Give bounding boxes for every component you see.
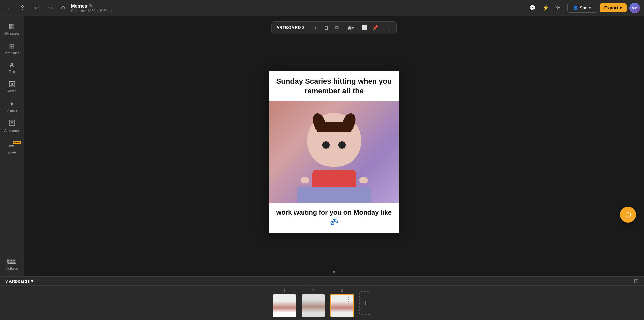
- keyboard-icon: ⌨: [7, 257, 17, 265]
- text-icon: A: [10, 62, 14, 69]
- artboards-label[interactable]: 3 Artboards ▾: [5, 279, 33, 284]
- artboard-canvas: Sunday Scaries hitting when you remember…: [269, 71, 399, 233]
- toolbar-divider-2: [344, 24, 344, 31]
- pin-button[interactable]: 📌: [371, 23, 380, 33]
- sidebar: ▦ My assets ⊞ Templates A Text 🖼 Media ✦…: [0, 16, 24, 276]
- artboard-name: ARTBOARD 3: [274, 25, 307, 30]
- meme-bottom-section: work waiting for you on Monday like 💤: [269, 203, 399, 233]
- meme-top-section: Sunday Scaries hitting when you remember…: [269, 71, 399, 101]
- avatar[interactable]: VM: [629, 3, 640, 13]
- sidebar-item-media[interactable]: 🖼 Media: [0, 77, 24, 97]
- surface-bar: [297, 187, 371, 203]
- sidebar-divider: [0, 137, 24, 137]
- boo-bangs: [317, 122, 351, 132]
- thumb-box-2[interactable]: [302, 294, 325, 317]
- thumb-box-1[interactable]: [273, 294, 296, 317]
- toolbar-divider-4: [382, 24, 382, 31]
- boo-arms: [301, 173, 368, 183]
- media-icon: 🖼: [9, 80, 15, 88]
- thumb-preview-1: [273, 294, 296, 317]
- thumb-item-1[interactable]: 1: [273, 289, 296, 317]
- bottom-panel: 3 Artboards ▾ ⊞ 1 2 3 ⋮: [0, 276, 644, 320]
- thumb-num-1: 1: [283, 289, 285, 293]
- delete-artboard-button[interactable]: 🗑: [322, 23, 331, 33]
- frame-button[interactable]: ⬜: [360, 23, 369, 33]
- back-button[interactable]: ←: [4, 3, 15, 13]
- collapse-bar[interactable]: ▾: [24, 267, 644, 276]
- user-icon: 👤: [573, 5, 578, 10]
- sidebar-item-my-assets[interactable]: ▦ My assets: [0, 19, 24, 39]
- duplicate-artboard-button[interactable]: ⧉: [332, 23, 342, 33]
- topbar: ← ⏱ ↩ ↪ ⚙ Memes ✎ Custom • 1080 x 1080 p…: [0, 0, 644, 16]
- canvas-scroll[interactable]: Sunday Scaries hitting when you remember…: [24, 16, 644, 267]
- add-artboard-btn[interactable]: +: [359, 291, 371, 315]
- share-button[interactable]: 👤 Share: [567, 3, 597, 13]
- orb-icon: ⬡: [625, 211, 631, 219]
- thumb-num-3: 3: [341, 289, 343, 293]
- file-name: Memes ✎: [71, 3, 112, 9]
- boo-eye-right: [338, 141, 346, 149]
- new-badge: New: [13, 141, 21, 144]
- artboards-caret-icon: ▾: [31, 279, 33, 284]
- preview-button[interactable]: 👁: [554, 3, 565, 13]
- meme-image: [269, 101, 399, 203]
- topbar-left: ← ⏱ ↩ ↪ ⚙ Memes ✎ Custom • 1080 x 1080 p…: [4, 3, 524, 13]
- fill-caret-icon: ▾: [352, 25, 354, 30]
- boo-hand-right: [359, 177, 368, 183]
- sidebar-item-text[interactable]: A Text: [0, 58, 24, 77]
- edit-icon: ✎: [89, 3, 93, 9]
- add-artboard-button[interactable]: +: [311, 23, 320, 33]
- chat-button[interactable]: 💬: [527, 3, 538, 13]
- assets-icon: ▦: [9, 22, 15, 30]
- redo-button[interactable]: ↪: [44, 3, 55, 13]
- floating-orb-button[interactable]: ⬡: [620, 207, 636, 223]
- main-area: ▦ My assets ⊞ Templates A Text 🖼 Media ✦…: [0, 16, 644, 276]
- artboard-toolbar: ARTBOARD 3 + 🗑 ⧉ ◉ ▾ ⬜ 📌 ⋮: [271, 21, 397, 34]
- sidebar-item-draw[interactable]: New ✏ Draw: [0, 139, 24, 158]
- boo-figure: [297, 106, 371, 203]
- boo-hand-left: [301, 177, 309, 183]
- sidebar-item-hotkeys[interactable]: ⌨ Hotkeys: [0, 254, 24, 274]
- file-subtitle: Custom • 1080 x 1080 px: [71, 9, 112, 13]
- meme-top-text: Sunday Scaries hitting when you remember…: [275, 77, 393, 96]
- thumb-more-button[interactable]: ⋮: [344, 295, 353, 304]
- thumb-preview-2: [302, 294, 325, 317]
- boo-head: [307, 113, 361, 167]
- thumb-item-3[interactable]: 3 ⋮: [330, 289, 354, 317]
- bottom-panel-header: 3 Artboards ▾ ⊞: [0, 277, 644, 286]
- fill-button[interactable]: ◉ ▾: [346, 23, 356, 33]
- grid-view-button[interactable]: ⊞: [634, 277, 639, 285]
- sidebar-item-ai-images[interactable]: 🖼 AI Images: [0, 116, 24, 136]
- meme-emoji: 💤: [275, 218, 393, 227]
- sidebar-item-templates[interactable]: ⊞ Templates: [0, 39, 24, 58]
- topbar-right: 💬 ⚡ 👁 👤 Share Export ▾ VM: [527, 3, 640, 13]
- canvas-area: ARTBOARD 3 + 🗑 ⧉ ◉ ▾ ⬜ 📌 ⋮ Sunday Scarie…: [24, 16, 644, 276]
- lightning-button[interactable]: ⚡: [540, 3, 551, 13]
- history-button[interactable]: ⏱: [17, 3, 28, 13]
- export-button[interactable]: Export ▾: [600, 3, 627, 12]
- file-title: Memes ✎ Custom • 1080 x 1080 px: [71, 3, 112, 13]
- boo-eye-left: [322, 141, 330, 149]
- thumb-item-2[interactable]: 2: [302, 289, 325, 317]
- more-options-button[interactable]: ⋮: [384, 23, 394, 33]
- fill-icon: ◉: [347, 25, 352, 30]
- thumb-wrapper-3: ⋮: [330, 294, 354, 317]
- settings-button[interactable]: ⚙: [58, 3, 68, 13]
- visuals-icon: ✦: [9, 100, 15, 108]
- meme-bottom-text: work waiting for you on Monday like: [275, 209, 393, 216]
- bottom-panel-body: 1 2 3 ⋮ +: [0, 286, 644, 320]
- toolbar-divider-1: [309, 24, 309, 31]
- collapse-arrow-icon: ▾: [333, 269, 335, 275]
- ai-images-icon: 🖼: [9, 120, 15, 127]
- undo-button[interactable]: ↩: [31, 3, 42, 13]
- toolbar-divider-3: [358, 24, 358, 31]
- sidebar-item-visuals[interactable]: ✦ Visuals: [0, 97, 24, 116]
- templates-icon: ⊞: [9, 42, 15, 50]
- thumb-num-2: 2: [312, 289, 314, 293]
